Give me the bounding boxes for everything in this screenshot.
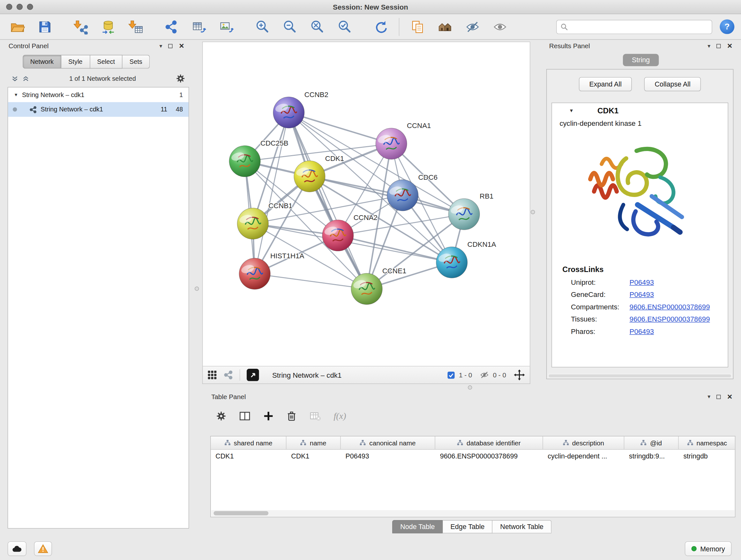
collection-expand-icon[interactable]: ▾ (15, 92, 17, 98)
search-box[interactable] (556, 19, 712, 34)
network-node-CDC25B[interactable] (229, 145, 260, 177)
section-collapse-icon[interactable]: ▾ (570, 108, 573, 114)
network-node-CCNB1[interactable] (237, 208, 268, 240)
import-network-database-button[interactable] (97, 16, 119, 38)
warning-button[interactable] (34, 542, 52, 556)
crosslink-link[interactable]: 9606.ENSP00000378699 (630, 303, 710, 311)
panel-close-icon[interactable]: ✕ (179, 43, 184, 49)
crosslink-link[interactable]: P06493 (630, 327, 654, 335)
network-node-CCNA2[interactable] (322, 220, 354, 251)
network-node-CCNB2[interactable] (273, 97, 305, 128)
network-edge[interactable] (255, 273, 367, 289)
clone-network-button[interactable] (161, 16, 183, 38)
tab-string[interactable]: String (623, 54, 659, 66)
column-header-shared-name[interactable]: shared name (211, 436, 286, 449)
table-hscrollbar-thumb[interactable] (213, 511, 268, 515)
search-input[interactable] (571, 23, 708, 30)
network-row[interactable]: String Network – cdk1 11 48 (8, 102, 189, 117)
network-node-CDK1[interactable] (294, 161, 325, 192)
table-cell[interactable]: CDK1 (211, 452, 286, 460)
panel-float-icon[interactable] (169, 44, 173, 48)
column-header-namespac[interactable]: namespac (679, 436, 736, 449)
tab-node-table[interactable]: Node Table (392, 520, 443, 533)
hidden-eye-slash-icon[interactable] (480, 370, 489, 380)
panel-collapse-icon[interactable]: ▾ (708, 394, 711, 400)
home-button[interactable] (434, 16, 456, 38)
panel-collapse-icon[interactable]: ▾ (708, 43, 711, 49)
network-edge[interactable] (289, 112, 391, 144)
memory-button[interactable]: Memory (684, 542, 731, 556)
gear-icon[interactable] (216, 411, 226, 422)
expand-all-icon[interactable] (22, 75, 29, 82)
grid-icon[interactable] (207, 370, 217, 380)
network-canvas[interactable]: CCNB2CCNA1CDC25BCDK1CDC6RB1CCNB1CCNA2CDK… (203, 42, 531, 367)
tab-select[interactable]: Select (90, 55, 122, 69)
table-cell[interactable]: P06493 (341, 452, 435, 460)
column-header-description[interactable]: description (543, 436, 624, 449)
zoom-fit-button[interactable] (307, 16, 328, 38)
table-hscrollbar[interactable] (211, 510, 734, 516)
network-edge[interactable] (255, 112, 289, 273)
panel-close-icon[interactable]: ✕ (727, 43, 732, 49)
node-table[interactable]: shared namenamecanonical namedatabase id… (210, 436, 735, 517)
hide-annotations-button[interactable] (462, 16, 483, 38)
column-header-database-identifier[interactable]: database identifier (435, 436, 543, 449)
splitter-handle[interactable] (468, 385, 472, 389)
table-cell[interactable]: CDK1 (286, 452, 340, 460)
minimize-window-icon[interactable] (17, 4, 23, 10)
results-scrollbar-thumb[interactable] (549, 374, 731, 377)
selected-checkbox-icon[interactable] (447, 371, 455, 379)
move-crosshair-icon[interactable] (514, 369, 525, 381)
panel-close-icon[interactable]: ✕ (727, 393, 732, 400)
network-node-HIST1H1A[interactable] (239, 258, 270, 290)
tab-network[interactable]: Network (23, 55, 61, 69)
zoom-out-button[interactable] (279, 16, 300, 38)
network-node-CCNE1[interactable] (351, 273, 382, 305)
import-table-button[interactable] (125, 16, 146, 38)
table-cell[interactable]: stringdb (679, 452, 736, 460)
table-cell[interactable]: 9606.ENSP00000378699 (435, 452, 543, 460)
column-header-name[interactable]: name (286, 436, 340, 449)
export-image-button[interactable] (215, 16, 237, 38)
save-session-button[interactable] (34, 16, 56, 38)
network-node-CDKN1A[interactable] (436, 247, 468, 278)
graphics-details-button[interactable] (489, 16, 511, 38)
collapse-all-icon[interactable] (11, 75, 18, 82)
table-cell[interactable]: stringdb:9... (624, 452, 678, 460)
crosslink-link[interactable]: P06493 (630, 290, 654, 298)
gear-icon[interactable] (176, 74, 185, 83)
help-button[interactable]: ? (720, 19, 734, 34)
network-node-CDC6[interactable] (387, 180, 418, 211)
zoom-window-icon[interactable] (27, 4, 33, 10)
network-collection-row[interactable]: ▾ String Network – cdk1 1 (8, 87, 189, 102)
expand-all-button[interactable]: Expand All (579, 77, 632, 91)
tab-sets[interactable]: Sets (123, 55, 150, 69)
network-node-CCNA1[interactable] (376, 128, 407, 159)
network-view[interactable]: CCNB2CCNA1CDC25BCDK1CDC6RB1CCNB1CCNA2CDK… (202, 42, 530, 366)
panel-float-icon[interactable] (717, 395, 721, 399)
add-column-icon[interactable] (263, 411, 274, 422)
birdseye-toggle-button[interactable] (247, 369, 259, 381)
crosslink-link[interactable]: 9606.ENSP00000378699 (630, 315, 710, 323)
crosslink-link[interactable]: P06493 (630, 278, 654, 286)
splitter-handle[interactable] (531, 210, 535, 214)
close-window-icon[interactable] (6, 4, 12, 10)
column-header-canonical-name[interactable]: canonical name (341, 436, 435, 449)
delete-column-icon[interactable] (286, 411, 297, 422)
column-header--id[interactable]: @id (624, 436, 678, 449)
collapse-all-button[interactable]: Collapse All (644, 77, 701, 91)
panel-float-icon[interactable] (717, 44, 721, 48)
splitter-handle[interactable] (195, 287, 199, 291)
tab-edge-table[interactable]: Edge Table (443, 520, 493, 533)
zoom-in-button[interactable] (252, 16, 273, 38)
show-panels-button[interactable] (407, 16, 428, 38)
export-table-button[interactable] (188, 16, 210, 38)
table-cell[interactable]: cyclin-dependent ... (543, 452, 624, 460)
cloud-button[interactable] (8, 542, 26, 556)
network-overview-icon[interactable] (223, 370, 233, 380)
zoom-selected-button[interactable] (334, 16, 355, 38)
results-scrollbar[interactable] (548, 374, 732, 378)
apply-layout-button[interactable] (369, 16, 391, 38)
gene-section-header[interactable]: ▾ CDK1 (552, 103, 728, 118)
open-session-button[interactable] (7, 16, 28, 38)
